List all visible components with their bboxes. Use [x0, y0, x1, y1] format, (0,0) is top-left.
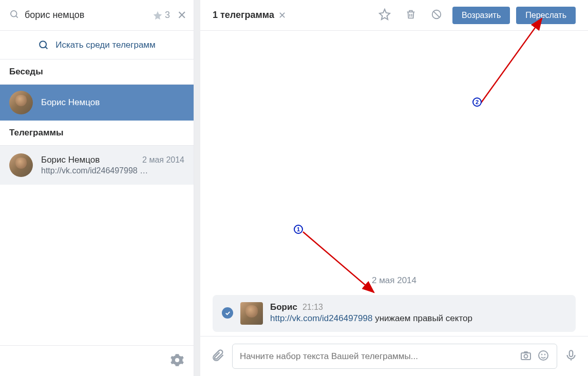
selection-count-label: 1 телеграмма — [213, 10, 274, 21]
telegram-sender-name: Борис Немцов — [41, 155, 100, 165]
contact-row[interactable]: Борис Немцов — [0, 85, 194, 121]
message-text-content: унижаем правый сектор — [375, 313, 472, 323]
svg-point-10 — [545, 354, 545, 355]
svg-line-1 — [16, 16, 18, 18]
telegram-preview: http://vk.com/id246497998 … — [41, 166, 184, 175]
search-input[interactable] — [25, 10, 147, 21]
svg-point-0 — [11, 11, 17, 17]
svg-rect-6 — [521, 353, 530, 360]
forward-button[interactable]: Переслать — [516, 7, 576, 24]
favorites-count[interactable]: 3 — [153, 10, 170, 21]
message-time: 21:13 — [302, 303, 323, 312]
camera-icon[interactable] — [520, 349, 532, 363]
search-in-telegrams-link[interactable]: Искать среди телеграмм — [0, 31, 194, 60]
telegram-row[interactable]: Борис Немцов 2 мая 2014 http://vk.com/id… — [0, 146, 194, 185]
date-divider: 2 мая 2014 — [213, 275, 576, 286]
reply-button[interactable]: Возразить — [452, 7, 510, 24]
message-text: http://vk.com/id246497998 унижаем правый… — [270, 313, 566, 324]
message-row[interactable]: Борис 21:13 http://vk.com/id246497998 ун… — [213, 295, 576, 332]
svg-point-9 — [542, 354, 542, 355]
search-in-telegrams-label: Искать среди телеграмм — [55, 40, 156, 50]
favorites-count-value: 3 — [165, 10, 170, 21]
star-icon[interactable] — [374, 8, 395, 22]
conversations-section-header: Беседы — [0, 60, 194, 85]
emoji-icon[interactable] — [537, 349, 549, 363]
selected-check-icon[interactable] — [222, 307, 233, 319]
mic-icon[interactable] — [564, 349, 578, 364]
compose-input[interactable] — [240, 351, 515, 362]
avatar — [9, 153, 33, 177]
avatar[interactable] — [240, 302, 263, 325]
message-author[interactable]: Борис — [270, 302, 297, 312]
telegram-info: Борис Немцов 2 мая 2014 http://vk.com/id… — [41, 155, 184, 175]
telegram-date: 2 мая 2014 — [142, 155, 184, 165]
svg-point-7 — [524, 354, 528, 358]
sidebar-footer — [0, 345, 194, 376]
pane-divider[interactable] — [194, 0, 200, 376]
svg-line-3 — [45, 47, 47, 49]
message-link[interactable]: http://vk.com/id246497998 — [270, 313, 372, 323]
main-panel: 1 телеграмма ✕ Возразить Переслать 2 мая… — [200, 0, 588, 376]
app-root: 3 ✕ Искать среди телеграмм Беседы Борис … — [0, 0, 588, 376]
sidebar: 3 ✕ Искать среди телеграмм Беседы Борис … — [0, 0, 194, 376]
gear-icon[interactable] — [170, 353, 184, 369]
block-icon[interactable] — [427, 9, 446, 22]
attach-icon[interactable] — [211, 348, 225, 364]
search-row: 3 ✕ — [0, 0, 194, 31]
conversation-area: 2 мая 2014 Борис 21:13 http://vk.com/id2… — [200, 31, 588, 336]
trash-icon[interactable] — [401, 9, 421, 22]
search-icon — [9, 9, 20, 21]
message-body: Борис 21:13 http://vk.com/id246497998 ун… — [270, 302, 566, 324]
conversation-header: 1 телеграмма ✕ Возразить Переслать — [200, 0, 588, 31]
svg-line-5 — [433, 11, 440, 17]
svg-point-2 — [40, 41, 46, 48]
avatar — [9, 91, 33, 114]
compose-field[interactable] — [232, 344, 557, 369]
svg-point-8 — [539, 351, 548, 360]
telegrams-section-header: Телеграммы — [0, 121, 194, 146]
svg-rect-11 — [570, 350, 573, 357]
compose-bar — [200, 336, 588, 376]
clear-selection-icon[interactable]: ✕ — [278, 10, 286, 21]
contact-name: Борис Немцов — [41, 97, 100, 108]
clear-search-icon[interactable]: ✕ — [175, 9, 188, 22]
